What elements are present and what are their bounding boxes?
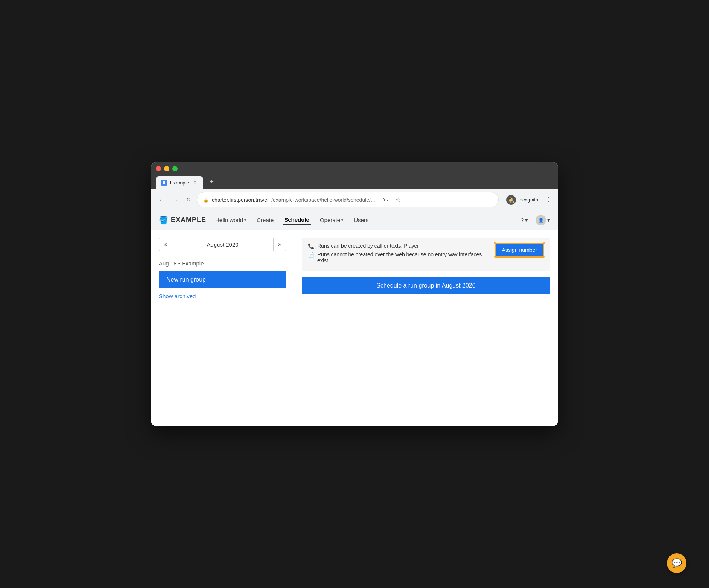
info-text: 📞 Runs can be created by call or texts: … xyxy=(308,243,489,266)
help-dropdown-arrow: ▾ xyxy=(525,217,528,224)
date-heading: Aug 18 • Example xyxy=(159,260,286,267)
nav-operate[interactable]: Operate ▾ xyxy=(318,215,345,225)
right-panel: 📞 Runs can be created by call or texts: … xyxy=(294,230,558,426)
next-month-button[interactable]: » xyxy=(273,238,286,251)
nav-user-button[interactable]: 👤 ▾ xyxy=(536,215,550,225)
show-archived-link[interactable]: Show archived xyxy=(159,293,196,299)
logo-icon: 🪣 xyxy=(159,216,169,225)
operate-dropdown-arrow: ▾ xyxy=(341,218,343,222)
lock-icon: 🔒 xyxy=(203,197,209,203)
nav-workspace[interactable]: Hello world ▾ xyxy=(214,215,248,225)
workspace-dropdown-arrow: ▾ xyxy=(244,218,246,222)
app-nav: 🪣 EXAMPLE Hello world ▾ Create Schedule … xyxy=(151,210,558,230)
sidebar: « August 2020 » Aug 18 • Example New run… xyxy=(151,230,294,426)
phone-info-text: Runs can be created by call or texts: Pl… xyxy=(317,243,419,249)
info-box: 📞 Runs can be created by call or texts: … xyxy=(302,238,550,271)
user-avatar: 👤 xyxy=(536,215,546,225)
url-box[interactable]: 🔒 charter.firstperson.travel /example-wo… xyxy=(197,192,499,207)
prev-month-button[interactable]: « xyxy=(159,238,172,251)
tab-title: Example xyxy=(170,180,189,186)
incognito-icon: 🕵 xyxy=(506,195,516,205)
tab-favicon: E xyxy=(161,180,167,186)
url-path: /example-workspace/hello-world/schedule/… xyxy=(271,197,375,203)
doc-icon: 📄 xyxy=(308,252,314,258)
phone-info-line: 📞 Runs can be created by call or texts: … xyxy=(308,243,489,249)
chat-icon: 💬 xyxy=(672,558,682,568)
month-navigator: « August 2020 » xyxy=(159,238,286,251)
minimize-window-button[interactable] xyxy=(164,166,169,171)
close-window-button[interactable] xyxy=(156,166,161,171)
help-label: ? xyxy=(521,217,524,223)
web-info-text: Runs cannot be created over the web beca… xyxy=(317,251,489,264)
current-month-display: August 2020 xyxy=(172,238,273,251)
tab-close-button[interactable]: × xyxy=(192,179,198,186)
maximize-window-button[interactable] xyxy=(172,166,178,171)
nav-schedule[interactable]: Schedule xyxy=(283,215,311,225)
url-domain: charter.firstperson.travel xyxy=(212,197,268,203)
browser-tab-active[interactable]: E Example × xyxy=(156,176,203,189)
chat-bubble-button[interactable]: 💬 xyxy=(667,553,686,573)
nav-create[interactable]: Create xyxy=(255,215,275,225)
forward-button[interactable]: → xyxy=(171,195,180,205)
assign-number-button[interactable]: Assign number xyxy=(495,243,544,257)
logo-text: EXAMPLE xyxy=(171,216,206,224)
new-run-group-button[interactable]: New run group xyxy=(159,271,286,288)
web-info-line: 📄 Runs cannot be created over the web be… xyxy=(308,251,489,264)
star-icon[interactable]: ☆ xyxy=(394,195,402,205)
back-button[interactable]: ← xyxy=(157,195,166,205)
key-icon[interactable]: 🗝 xyxy=(381,195,390,205)
incognito-label: Incognito xyxy=(518,197,538,203)
reload-button[interactable]: ↻ xyxy=(184,195,192,205)
new-tab-button[interactable]: + xyxy=(205,175,219,189)
incognito-button[interactable]: 🕵 Incognito xyxy=(503,193,541,206)
nav-help-button[interactable]: ? ▾ xyxy=(521,217,528,224)
url-actions: 🗝 ☆ xyxy=(381,195,402,205)
phone-icon: 📞 xyxy=(308,243,314,249)
user-dropdown-arrow: ▾ xyxy=(547,217,550,224)
address-bar: ← → ↻ 🔒 charter.firstperson.travel /exam… xyxy=(151,189,558,210)
app-logo[interactable]: 🪣 EXAMPLE xyxy=(159,216,206,225)
schedule-run-group-button[interactable]: Schedule a run group in August 2020 xyxy=(302,277,550,294)
chrome-menu-button[interactable]: ⋮ xyxy=(546,196,552,203)
nav-users[interactable]: Users xyxy=(352,215,370,225)
